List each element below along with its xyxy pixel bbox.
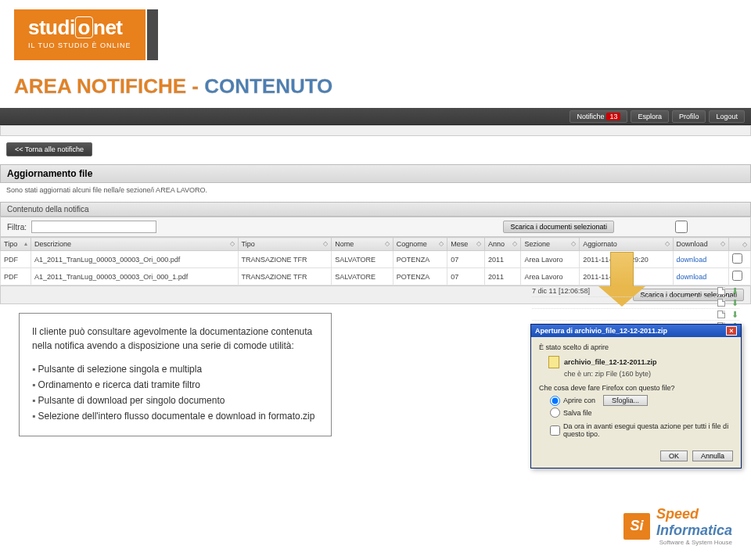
info-callout: Il cliente può consultare agevolmente la… (19, 313, 332, 436)
close-icon[interactable]: × (726, 326, 737, 336)
ok-button[interactable]: OK (660, 451, 688, 461)
col-header[interactable]: Tipo▴ (1, 238, 31, 251)
zip-icon (548, 356, 559, 368)
dialog-title: Apertura di archivio_file_12-12-2011.zip (535, 327, 667, 335)
col-header[interactable]: Mese◇ (447, 238, 485, 251)
logo-tagline: IL TUO STUDIO È ONLINE (28, 41, 131, 49)
callout-item: Selezione dell'intero flusso documentale… (32, 409, 318, 423)
col-header[interactable]: Aggiornato◇ (580, 238, 673, 251)
download-icon[interactable]: ⬇ (731, 311, 739, 318)
col-header[interactable]: Sezione◇ (521, 238, 580, 251)
col-header[interactable]: Nome◇ (332, 238, 393, 251)
browse-button[interactable]: Sfoglia... (603, 395, 648, 406)
remember-checkbox[interactable]: Da ora in avanti esegui questa azione pe… (550, 422, 733, 438)
download-selected-button[interactable]: Scarica i documenti selezionati (503, 221, 614, 233)
footer-icon: Si (623, 513, 650, 540)
download-icon[interactable]: ⬇ (731, 299, 739, 307)
col-header[interactable]: Descrizione◇ (31, 238, 238, 251)
filter-label: Filtra: (7, 223, 27, 232)
section-subtitle: Sono stati aggiornati alcuni file nella/… (0, 183, 751, 202)
save-file-radio[interactable]: Salva file (550, 407, 733, 418)
footer-brand: Si SpeedInformatica Software & System Ho… (623, 506, 732, 546)
content-header: Contenuto della notifica (0, 202, 751, 217)
top-nav: Notifiche13 Esplora Profilo Logout (0, 108, 751, 125)
nav-notifiche[interactable]: Notifiche13 (570, 110, 627, 123)
row-checkbox[interactable] (732, 253, 742, 264)
activity-row: ⬇ (532, 297, 739, 309)
logo-text: studionet (28, 16, 131, 40)
dialog-action-question: Che cosa deve fare Firefox con questo fi… (539, 384, 733, 392)
activity-row: 7 dic 11 [12:06:58]⬇ (532, 285, 739, 297)
nav-profilo[interactable]: Profilo (672, 110, 706, 123)
activity-row: ⬇ (532, 309, 739, 321)
callout-lead: Il cliente può consultare agevolmente la… (32, 325, 318, 353)
nav-logout[interactable]: Logout (709, 110, 745, 123)
col-header[interactable]: ◇ (728, 238, 750, 251)
cancel-button[interactable]: Annulla (692, 451, 733, 461)
download-link[interactable]: download (673, 268, 728, 285)
download-link[interactable]: download (673, 251, 728, 268)
open-with-radio[interactable]: Aprire conSfoglia... (550, 395, 733, 406)
section-title: Aggiornamento file (0, 164, 751, 183)
filter-row: Filtra: Scarica i documenti selezionati (0, 217, 751, 237)
doc-icon (717, 299, 725, 307)
download-icon[interactable]: ⬇ (731, 287, 739, 295)
nav-esplora[interactable]: Esplora (631, 110, 669, 123)
dialog-file-meta: che è un: zip File (160 byte) (564, 370, 733, 378)
col-header[interactable]: Tipo◇ (238, 238, 332, 251)
select-all-checkbox[interactable] (619, 221, 744, 233)
doc-icon (717, 287, 725, 295)
callout-item: Ordinamento e ricerca dati tramite filtr… (32, 378, 318, 392)
col-header[interactable]: Download◇ (673, 238, 728, 251)
doc-icon (717, 311, 725, 318)
back-button[interactable]: << Torna alle notifiche (6, 142, 92, 156)
download-dialog: Apertura di archivio_file_12-12-2011.zip… (530, 324, 742, 468)
col-header[interactable]: Cognome◇ (393, 238, 447, 251)
filter-input[interactable] (31, 221, 156, 233)
col-header[interactable]: Anno◇ (485, 238, 521, 251)
callout-item: Pulsante di selezione singola e multipla (32, 362, 318, 376)
page-title: AREA NOTIFICHE - CONTENUTO (14, 74, 332, 99)
dialog-filename: archivio_file_12-12-2011.zip (564, 358, 657, 366)
dialog-question: È stato scelto di aprire (539, 343, 733, 351)
row-checkbox[interactable] (732, 271, 742, 281)
brand-logo: studionet IL TUO STUDIO È ONLINE (14, 9, 158, 60)
callout-item: Pulsante di download per singolo documen… (32, 393, 318, 407)
